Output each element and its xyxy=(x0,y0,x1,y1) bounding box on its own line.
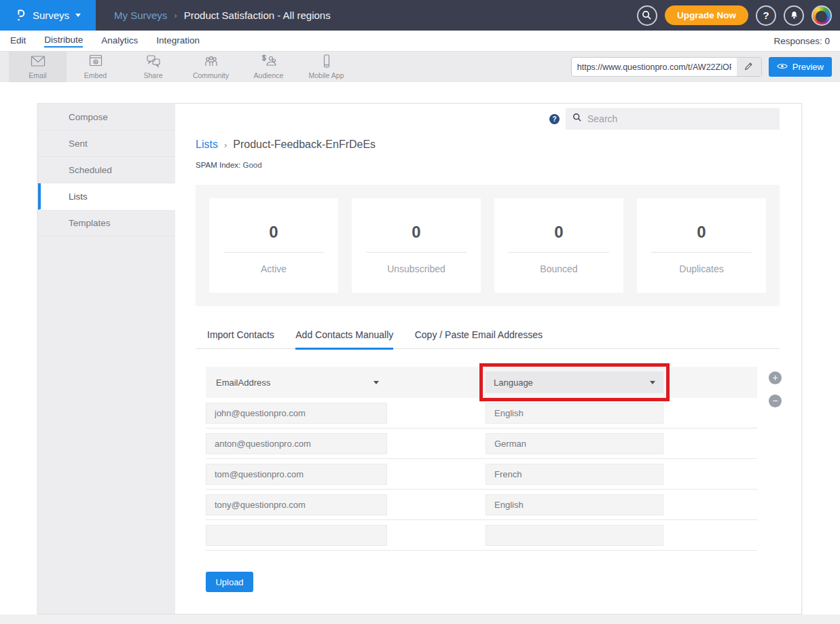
stat-value: 0 xyxy=(352,223,481,242)
chevron-down-icon xyxy=(75,14,81,17)
list-stats: 0 Active 0 Unsubscribed 0 Bounced xyxy=(196,185,780,306)
envelope-icon xyxy=(30,54,46,71)
sidebar-item-scheduled[interactable]: Scheduled xyxy=(38,157,175,183)
stat-card-active: 0 Active xyxy=(209,198,338,293)
responses-count[interactable]: Responses: 0 xyxy=(773,36,830,46)
stat-label: Unsubscribed xyxy=(352,263,481,274)
pencil-icon xyxy=(744,61,753,73)
contact-email-input[interactable] xyxy=(206,494,387,515)
upgrade-now-button[interactable]: Upgrade Now xyxy=(665,5,748,25)
channel-label: Email xyxy=(29,71,46,79)
contact-language-input[interactable] xyxy=(486,525,663,546)
chevron-down-icon xyxy=(373,381,379,384)
add-row-button[interactable]: + xyxy=(769,371,782,384)
account-avatar[interactable] xyxy=(811,5,832,26)
spam-index-value: Good xyxy=(242,161,261,169)
language-column-select[interactable]: Language xyxy=(486,371,663,393)
notifications-bell-icon[interactable] xyxy=(784,5,804,26)
stat-value: 0 xyxy=(209,223,338,242)
spam-index-label: SPAM Index: xyxy=(196,161,240,169)
community-icon xyxy=(203,54,219,71)
embed-icon xyxy=(88,54,104,71)
stat-label: Bounced xyxy=(494,263,623,274)
stat-card-unsubscribed: 0 Unsubscribed xyxy=(352,198,481,293)
tab-add-contacts-manually[interactable]: Add Contacts Manually xyxy=(295,329,393,350)
contact-row xyxy=(206,428,757,459)
preview-button[interactable]: Preview xyxy=(769,57,832,77)
app-root: Surveys My Surveys › Product Satisfactio… xyxy=(0,0,840,624)
survey-url-input[interactable] xyxy=(572,58,737,76)
tab-import-contacts[interactable]: Import Contacts xyxy=(207,329,274,350)
contacts-search-box xyxy=(566,108,780,130)
share-icon xyxy=(145,54,162,71)
contact-row xyxy=(206,490,757,520)
breadcrumb: My Surveys › Product Satisfaction - All … xyxy=(114,10,331,21)
bottom-strip xyxy=(0,614,840,624)
lists-link[interactable]: Lists xyxy=(196,139,218,151)
divider xyxy=(366,252,467,253)
magnifier-icon xyxy=(572,113,582,125)
stat-card-duplicates: 0 Duplicates xyxy=(637,198,766,293)
upload-button[interactable]: Upload xyxy=(206,572,253,592)
list-breadcrumb: Lists › Product-Feedback-EnFrDeEs xyxy=(196,139,780,151)
stat-value: 0 xyxy=(637,223,766,242)
survey-url-box xyxy=(571,57,762,77)
header-actions: Upgrade Now ? xyxy=(637,5,832,26)
email-column-select[interactable]: EmailAddress xyxy=(216,378,379,388)
questionpro-logo-icon xyxy=(15,8,26,23)
edit-url-button[interactable] xyxy=(737,58,761,76)
nav-tab-integration[interactable]: Integration xyxy=(156,35,200,47)
breadcrumb-separator: › xyxy=(224,140,227,150)
remove-row-button[interactable]: − xyxy=(769,394,782,407)
audience-icon: $ xyxy=(261,54,277,71)
page-content: Compose Sent Scheduled Lists Templates ? xyxy=(0,82,840,614)
nav-tab-edit[interactable]: Edit xyxy=(10,35,26,47)
help-icon[interactable]: ? xyxy=(756,5,776,26)
contact-language-input[interactable] xyxy=(486,464,663,485)
page-title: Product Satisfaction - All regions xyxy=(184,10,331,21)
survey-section-nav: Edit Distribute Analytics Integration Re… xyxy=(0,31,840,52)
language-column-label: Language xyxy=(494,378,533,388)
channel-email[interactable]: Email xyxy=(9,52,67,82)
channel-mobile-app[interactable]: Mobile App xyxy=(297,52,355,82)
channel-label: Share xyxy=(143,71,162,79)
channel-items: Email Embed Share Community xyxy=(9,52,355,82)
contact-language-input[interactable] xyxy=(486,403,663,424)
nav-tab-analytics[interactable]: Analytics xyxy=(101,35,138,47)
mobile-icon xyxy=(318,54,335,71)
contact-email-input[interactable] xyxy=(206,464,387,485)
contact-language-input[interactable] xyxy=(486,494,663,515)
email-lists-panel: Compose Sent Scheduled Lists Templates ? xyxy=(37,103,802,614)
contact-email-input[interactable] xyxy=(206,525,387,546)
contact-row xyxy=(206,520,757,551)
channel-share[interactable]: Share xyxy=(124,52,182,82)
sidebar-item-templates[interactable]: Templates xyxy=(38,210,175,236)
sidebar-item-lists[interactable]: Lists xyxy=(38,183,175,210)
sidebar-item-sent[interactable]: Sent xyxy=(38,130,175,157)
nav-tab-distribute[interactable]: Distribute xyxy=(44,35,83,48)
channel-label: Community xyxy=(193,71,229,79)
distribute-toolbar: Email Embed Share Community xyxy=(0,52,840,82)
channel-embed[interactable]: Embed xyxy=(67,52,124,82)
divider xyxy=(651,252,752,253)
surveys-product-switcher[interactable]: Surveys xyxy=(0,0,96,31)
contacts-search-input[interactable] xyxy=(587,113,773,124)
channel-community[interactable]: Community xyxy=(182,52,240,82)
chevron-down-icon xyxy=(650,381,655,384)
email-column-label: EmailAddress xyxy=(216,378,270,388)
tab-copy-paste-email-addresses[interactable]: Copy / Paste Email Addresses xyxy=(415,329,543,350)
channel-audience[interactable]: $ Audience xyxy=(240,52,297,82)
divider xyxy=(223,252,324,253)
channel-label: Audience xyxy=(254,71,284,79)
contact-email-input[interactable] xyxy=(206,403,387,424)
search-icon[interactable] xyxy=(637,5,657,26)
contact-row xyxy=(206,459,757,490)
breadcrumb-my-surveys[interactable]: My Surveys xyxy=(114,10,167,21)
top-header: Surveys My Surveys › Product Satisfactio… xyxy=(0,0,840,31)
contact-language-input[interactable] xyxy=(486,433,663,454)
current-list-name: Product-Feedback-EnFrDeEs xyxy=(233,139,376,151)
context-help-icon[interactable]: ? xyxy=(549,114,560,124)
contact-email-input[interactable] xyxy=(206,433,387,454)
spam-index: SPAM Index: Good xyxy=(196,161,780,169)
sidebar-item-compose[interactable]: Compose xyxy=(38,104,175,130)
